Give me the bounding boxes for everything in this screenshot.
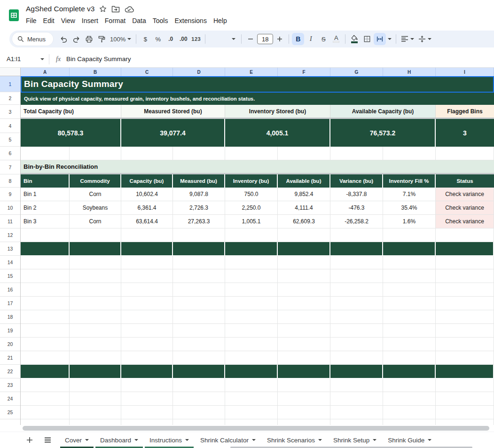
horizontal-align-button[interactable] — [399, 33, 416, 45]
row-header-8[interactable]: 8 — [0, 174, 20, 188]
row-header-17[interactable]: 17 — [0, 297, 20, 310]
empty-cell[interactable] — [225, 310, 278, 324]
empty-cell[interactable] — [225, 269, 278, 283]
empty-cell[interactable] — [225, 406, 278, 419]
sheet-tab-shrink-scenarios[interactable]: Shrink Scenarios — [261, 432, 328, 448]
cell-measured[interactable]: 9,087.8 — [173, 188, 225, 201]
sheet-tab-instructions[interactable]: Instructions — [144, 432, 195, 448]
empty-cell[interactable] — [436, 297, 494, 310]
italic-button[interactable]: I — [305, 33, 317, 45]
cell-status[interactable]: Check variance — [436, 201, 494, 215]
empty-cell[interactable] — [278, 351, 330, 365]
empty-cell[interactable] — [436, 310, 494, 324]
empty-cell[interactable] — [173, 392, 225, 406]
strikethrough-button[interactable]: S — [317, 33, 329, 45]
cloud-saved-icon[interactable] — [125, 6, 134, 13]
row-header-9[interactable]: 9 — [0, 188, 20, 201]
empty-cell[interactable] — [70, 338, 121, 351]
cells-area[interactable]: Bin Capacity Summary Quick view of physi… — [21, 76, 494, 425]
summary-value[interactable]: 3 — [436, 119, 494, 147]
empty-cell[interactable] — [383, 147, 436, 160]
empty-cell[interactable] — [330, 283, 383, 297]
summary-value[interactable]: 4,005.1 — [225, 119, 330, 147]
empty-cell[interactable] — [330, 242, 383, 256]
empty-cell[interactable] — [383, 351, 436, 365]
empty-cell[interactable] — [21, 351, 70, 365]
sheet-tab-shrink-guide[interactable]: Shrink Guide — [382, 432, 437, 448]
empty-cell[interactable] — [70, 256, 121, 269]
merge-cells-button[interactable] — [374, 33, 386, 45]
table-header[interactable]: Capacity (bu) — [121, 174, 173, 188]
all-sheets-button[interactable] — [41, 434, 54, 446]
column-header-f[interactable]: F — [278, 68, 330, 76]
empty-cell[interactable] — [173, 147, 225, 160]
empty-cell[interactable] — [21, 365, 70, 378]
empty-cell[interactable] — [330, 392, 383, 406]
sheet-tab-shrink-calculator[interactable]: Shrink Calculator — [195, 432, 261, 448]
empty-cell[interactable] — [330, 269, 383, 283]
row-header-15[interactable]: 15 — [0, 269, 20, 283]
row-header-11[interactable]: 11 — [0, 215, 20, 228]
decrease-decimal-button[interactable]: .0 — [165, 33, 177, 45]
column-header-b[interactable]: B — [70, 68, 121, 76]
cell-status[interactable]: Check variance — [436, 188, 494, 201]
empty-cell[interactable] — [225, 365, 278, 378]
increase-font-size-button[interactable] — [274, 33, 286, 45]
empty-cell[interactable] — [21, 406, 70, 419]
row-header-13[interactable]: 13 — [0, 242, 20, 256]
table-header[interactable]: Status — [436, 174, 494, 188]
cell-inventory[interactable]: 2,250.0 — [225, 201, 278, 215]
print-button[interactable] — [83, 33, 95, 45]
empty-cell[interactable] — [21, 242, 70, 256]
empty-cell[interactable] — [21, 147, 70, 160]
summary-value[interactable]: 39,077.4 — [121, 119, 225, 147]
empty-cell[interactable] — [121, 147, 173, 160]
cell-title[interactable]: Bin Capacity Summary — [21, 76, 494, 92]
empty-cell[interactable] — [225, 338, 278, 351]
format-currency-button[interactable]: $ — [139, 33, 151, 45]
menu-extensions[interactable]: Extensions — [171, 16, 210, 25]
empty-cell[interactable] — [436, 147, 494, 160]
empty-cell[interactable] — [173, 419, 225, 425]
vertical-align-button[interactable] — [416, 33, 433, 45]
empty-cell[interactable] — [225, 242, 278, 256]
menu-format[interactable]: Format — [102, 16, 129, 25]
menu-help[interactable]: Help — [210, 16, 230, 25]
text-color-button[interactable]: A — [330, 33, 342, 45]
cell-subtitle[interactable]: Quick view of physical capacity, measure… — [21, 92, 494, 105]
empty-cell[interactable] — [330, 324, 383, 338]
empty-cell[interactable] — [278, 283, 330, 297]
empty-cell[interactable] — [383, 324, 436, 338]
cell-commodity[interactable]: Corn — [70, 188, 121, 201]
empty-cell[interactable] — [21, 310, 70, 324]
row-header-19[interactable]: 19 — [0, 324, 20, 338]
empty-cell[interactable] — [330, 228, 383, 242]
empty-cell[interactable] — [225, 228, 278, 242]
empty-cell[interactable] — [383, 378, 436, 392]
row-header-2[interactable]: 2 — [0, 92, 20, 105]
cell-capacity[interactable]: 63,614.4 — [121, 215, 173, 228]
empty-cell[interactable] — [225, 256, 278, 269]
horizontal-scrollbar-thumb[interactable] — [23, 426, 489, 431]
cell-commodity[interactable]: Corn — [70, 215, 121, 228]
empty-cell[interactable] — [121, 378, 173, 392]
section-title-cell[interactable]: Bin-by-Bin Reconciliation — [21, 160, 494, 174]
empty-cell[interactable] — [383, 256, 436, 269]
menu-data[interactable]: Data — [129, 16, 149, 25]
cell-bin[interactable]: Bin 2 — [21, 201, 70, 215]
empty-cell[interactable] — [173, 297, 225, 310]
empty-cell[interactable] — [436, 228, 494, 242]
row-header-6[interactable]: 6 — [0, 147, 20, 160]
redo-button[interactable] — [70, 33, 82, 45]
empty-cell[interactable] — [121, 351, 173, 365]
empty-cell[interactable] — [70, 419, 121, 425]
empty-cell[interactable] — [436, 378, 494, 392]
summary-header[interactable]: Available Capacity (bu) — [330, 105, 436, 118]
empty-cell[interactable] — [383, 365, 436, 378]
table-header[interactable]: Measured (bu) — [173, 174, 225, 188]
empty-cell[interactable] — [278, 338, 330, 351]
empty-cell[interactable] — [383, 269, 436, 283]
empty-cell[interactable] — [330, 338, 383, 351]
empty-cell[interactable] — [383, 297, 436, 310]
formula-input[interactable]: Bin Capacity Summary — [66, 55, 131, 63]
